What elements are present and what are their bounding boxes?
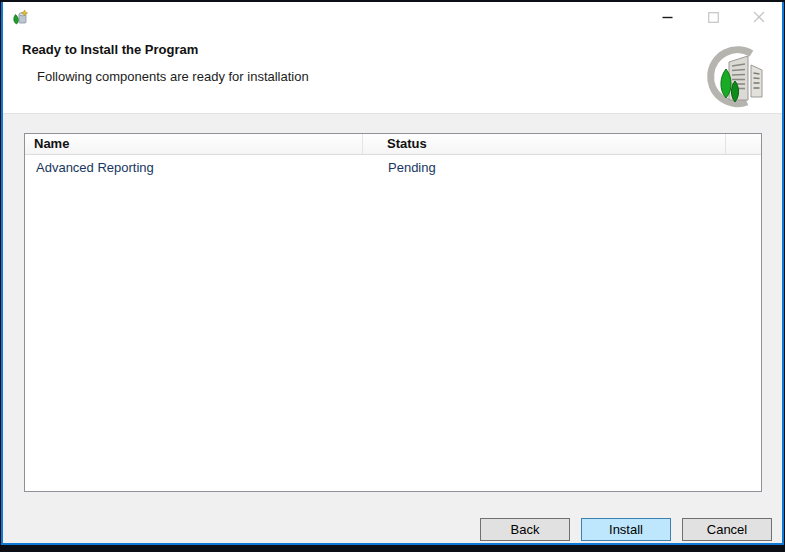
maximize-button[interactable] — [690, 2, 736, 32]
wizard-header: Ready to Install the Program Following c… — [3, 32, 782, 113]
component-row[interactable]: Advanced Reporting Pending — [25, 158, 761, 178]
components-list: Name Status Advanced Reporting Pending — [24, 133, 762, 492]
column-header-spacer — [726, 134, 761, 154]
installer-window: Ready to Install the Program Following c… — [1, 2, 784, 545]
list-header: Name Status — [25, 134, 761, 155]
install-button[interactable]: Install — [581, 518, 671, 541]
back-button[interactable]: Back — [480, 518, 570, 541]
title-bar — [3, 2, 782, 32]
installer-app-icon — [12, 9, 29, 26]
minimize-button[interactable] — [644, 2, 690, 32]
cancel-button[interactable]: Cancel — [682, 518, 772, 541]
page-subtitle: Following components are ready for insta… — [37, 69, 309, 84]
product-logo-icon — [703, 43, 769, 109]
component-name: Advanced Reporting — [25, 158, 363, 178]
page-title: Ready to Install the Program — [22, 42, 198, 57]
component-status: Pending — [363, 158, 761, 178]
close-icon — [753, 11, 765, 23]
column-header-name[interactable]: Name — [25, 134, 363, 154]
minimize-icon — [662, 12, 673, 23]
caption-buttons — [644, 2, 782, 32]
maximize-icon — [708, 12, 719, 23]
column-header-status[interactable]: Status — [363, 134, 726, 154]
close-button[interactable] — [736, 2, 782, 32]
button-row: Back Install Cancel — [480, 518, 772, 541]
